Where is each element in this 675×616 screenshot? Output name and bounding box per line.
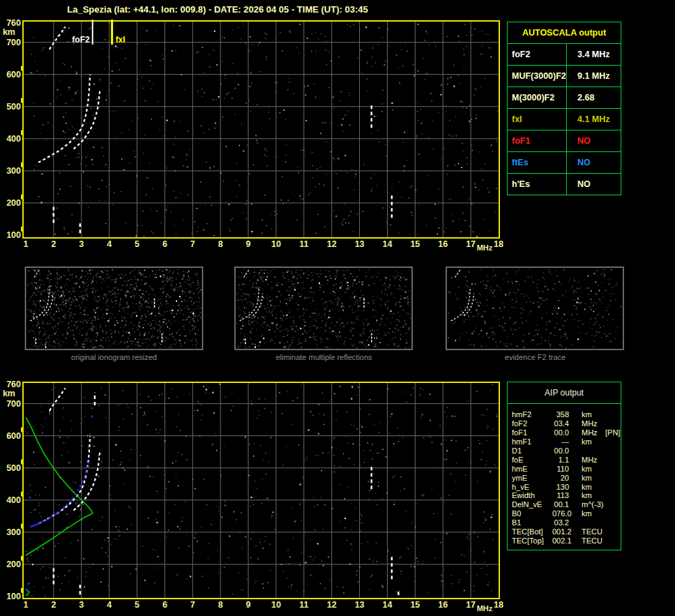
autoscala-row: M(3000)F22.68 [508, 87, 621, 108]
aip-label: B1 [512, 518, 552, 527]
fof2-marker: foF2 [72, 20, 92, 45]
aip-label: foE [512, 456, 552, 465]
aip-value: 20 [552, 474, 569, 483]
svg-text:14: 14 [383, 239, 393, 249]
svg-text:2: 2 [51, 600, 56, 610]
aip-unit: km [569, 465, 605, 474]
aip-value: 358 [552, 410, 569, 419]
aip-extra [605, 536, 621, 546]
aip-extra [605, 509, 621, 518]
svg-text:300: 300 [6, 166, 21, 176]
aip-value: 1.1 [552, 456, 569, 465]
aip-row: ymE20km [508, 474, 621, 483]
aip-label: DelN_vE [512, 500, 552, 509]
aip-label: hmE [512, 465, 552, 474]
autoscala-param-value: 9.1 MHz [567, 66, 621, 87]
autoscala-param-label: h'Es [508, 174, 567, 195]
svg-text:foF2: foF2 [72, 35, 90, 45]
svg-text:12: 12 [327, 600, 337, 610]
autoscala-param-label: M(3000)F2 [508, 87, 567, 108]
svg-text:400: 400 [6, 134, 21, 144]
aip-label: TEC[Top] [512, 536, 552, 546]
bottom-ionogram-plot: 760700600500400300200100km12345678910111… [3, 380, 503, 613]
aip-label: h_vE [512, 483, 552, 492]
aip-row: foF100.0MHz[PN] [508, 428, 621, 437]
aip-extra [605, 474, 621, 483]
aip-label: D1 [512, 446, 552, 456]
aip-extra: [PN] [605, 428, 621, 437]
thumbnail-noise [236, 269, 411, 349]
isolated-scaled-points [26, 416, 93, 592]
aip-unit: TECU [569, 527, 605, 536]
aip-label: Ewidth [512, 491, 552, 500]
aip-value: 001.2 [552, 527, 569, 536]
aip-output-table: AIP output hmF2358kmfoF203.4MHzfoF100.0M… [507, 382, 621, 550]
svg-text:9: 9 [246, 239, 251, 249]
thumbnail-noise [27, 269, 202, 348]
autoscala-param-value: 3.4 MHz [567, 44, 621, 65]
svg-text:200: 200 [6, 559, 21, 569]
svg-text:100: 100 [6, 230, 21, 240]
y-axis-labels: 760700600500400300200100km [3, 18, 21, 240]
svg-text:15: 15 [410, 239, 420, 249]
aip-unit: MHz [569, 456, 605, 465]
autoscala-row: h'EsNO [508, 173, 621, 195]
svg-text:2: 2 [51, 239, 56, 249]
svg-text:12: 12 [327, 239, 337, 249]
autoscala-param-label: foF2 [508, 44, 567, 65]
aip-row: hmF2358km [508, 410, 621, 419]
aip-row: hmE110km [508, 465, 621, 474]
autoscala-table-header: AUTOSCALA output [508, 22, 621, 43]
svg-text:760: 760 [6, 380, 21, 389]
svg-text:6: 6 [162, 239, 167, 249]
second-hop-echo [50, 389, 66, 411]
svg-text:1: 1 [24, 600, 29, 610]
aip-extra [605, 419, 621, 428]
aip-unit: km [569, 474, 605, 483]
svg-text:17: 17 [466, 600, 476, 610]
aip-row: TEC[Bot]001.2TECU [508, 527, 621, 536]
aip-extra [605, 437, 621, 446]
aip-value: 113 [552, 491, 569, 500]
autoscala-param-value: NO [567, 152, 621, 173]
echo-speckle-noise [30, 22, 499, 237]
aip-row: B0076.0km [508, 509, 621, 518]
svg-text:760: 760 [6, 18, 21, 28]
aip-label: foF1 [512, 428, 552, 437]
aip-row: DelN_vE00.1m^(-3) [508, 500, 621, 509]
svg-text:700: 700 [6, 399, 21, 409]
thumbnail-caption: eliminate multiple reflections [235, 353, 413, 361]
aip-unit: km [569, 437, 605, 446]
svg-text:3: 3 [79, 239, 84, 249]
svg-text:7: 7 [190, 239, 195, 249]
aip-extra [605, 446, 621, 456]
aip-table-rows: hmF2358kmfoF203.4MHzfoF100.0MHz[PN]hmF1-… [508, 404, 621, 546]
top-ionogram-plot: 760700600500400300200100km12345678910111… [3, 18, 503, 252]
aip-extra [605, 465, 621, 474]
aip-unit: km [569, 509, 605, 518]
aip-unit: MHz [569, 428, 605, 437]
aip-row: TEC[Top]002.1TECU [508, 536, 621, 546]
aip-row: foF203.4MHz [508, 419, 621, 428]
svg-text:4: 4 [107, 600, 112, 610]
autoscala-param-value: 2.68 [567, 87, 621, 108]
autoscala-row: MUF(3000)F29.1 MHz [508, 65, 621, 87]
aip-label: B0 [512, 509, 552, 518]
svg-text:fxI: fxI [116, 35, 126, 45]
svg-text:3: 3 [79, 600, 84, 610]
f2-extraordinary-trace [74, 453, 100, 511]
autoscala-output-table: AUTOSCALA output foF23.4 MHzMUF(3000)F29… [507, 22, 621, 195]
aip-extra [605, 500, 621, 509]
aip-row: B103.2 [508, 518, 621, 527]
fxi-marker: fxI [112, 20, 126, 45]
aip-value: 03.4 [552, 419, 569, 428]
f2-extraordinary-trace [74, 91, 100, 149]
autoscala-param-label: ftEs [508, 152, 567, 173]
aip-value: 076.0 [552, 509, 569, 518]
svg-text:14: 14 [383, 600, 393, 610]
svg-text:16: 16 [438, 600, 448, 610]
svg-text:500: 500 [6, 463, 21, 473]
grid-lines [24, 383, 499, 598]
y-axis-labels: 760700600500400300200100km [3, 380, 21, 601]
aip-unit: km [569, 410, 605, 419]
